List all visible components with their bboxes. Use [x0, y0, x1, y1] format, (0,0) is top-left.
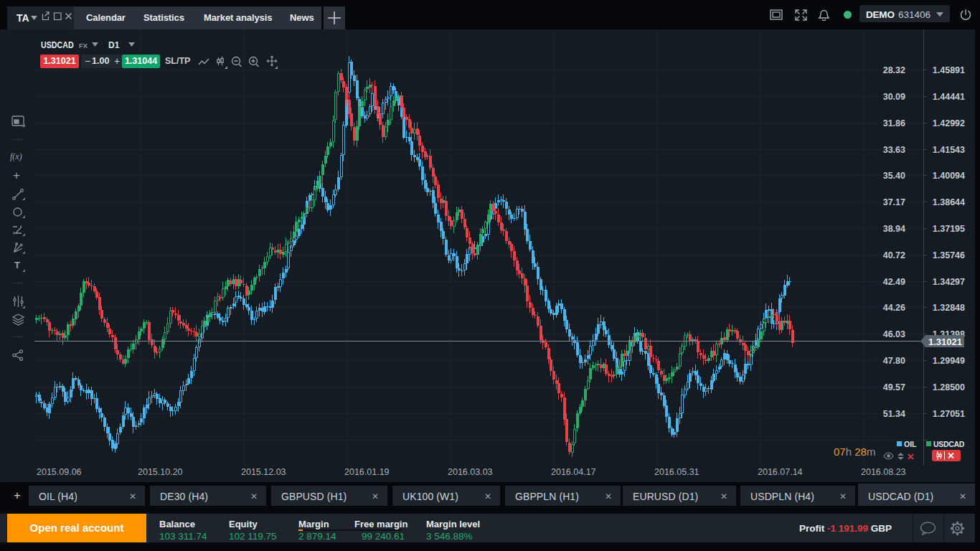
svg-text:46.03: 46.03: [883, 329, 905, 339]
svg-text:1.35746: 1.35746: [933, 250, 965, 260]
svg-text:31.86: 31.86: [883, 118, 905, 128]
svg-text:2016.07.14: 2016.07.14: [758, 467, 803, 477]
svg-text:42.49: 42.49: [883, 277, 905, 287]
svg-text:1.37195: 1.37195: [933, 224, 965, 234]
svg-text:38.94: 38.94: [883, 224, 905, 234]
svg-text:1.45891: 1.45891: [933, 65, 965, 75]
svg-text:1.42992: 1.42992: [933, 118, 965, 128]
svg-text:1.38644: 1.38644: [933, 197, 965, 207]
svg-text:2016.03.03: 2016.03.03: [448, 467, 493, 477]
svg-text:2015.09.06: 2015.09.06: [37, 467, 82, 477]
svg-text:1.29949: 1.29949: [933, 356, 965, 366]
svg-text:1.44441: 1.44441: [933, 92, 965, 102]
svg-text:30.09: 30.09: [883, 92, 905, 102]
svg-text:1.40094: 1.40094: [933, 171, 965, 181]
svg-text:2016.05.31: 2016.05.31: [654, 467, 699, 477]
svg-text:2015.12.03: 2015.12.03: [241, 467, 286, 477]
svg-text:40.72: 40.72: [883, 250, 905, 260]
svg-text:35.40: 35.40: [883, 171, 905, 181]
svg-text:51.34: 51.34: [883, 409, 905, 419]
svg-text:1.41543: 1.41543: [933, 145, 965, 155]
svg-text:49.57: 49.57: [883, 382, 905, 392]
svg-text:1.31021: 1.31021: [928, 336, 962, 347]
svg-text:47.80: 47.80: [883, 356, 905, 366]
svg-text:2016.04.17: 2016.04.17: [551, 467, 596, 477]
svg-text:1.27051: 1.27051: [933, 409, 965, 419]
svg-text:44.26: 44.26: [883, 303, 905, 313]
svg-text:2015.10.20: 2015.10.20: [138, 467, 183, 477]
svg-text:1.28500: 1.28500: [933, 382, 965, 392]
svg-text:1.34297: 1.34297: [933, 277, 965, 287]
svg-text:33.63: 33.63: [883, 145, 905, 155]
svg-text:37.17: 37.17: [883, 197, 905, 207]
svg-text:2016.01.19: 2016.01.19: [344, 467, 390, 477]
svg-text:28.32: 28.32: [883, 65, 905, 75]
svg-text:1.32848: 1.32848: [933, 303, 965, 313]
svg-text:2016.08.23: 2016.08.23: [861, 467, 906, 477]
